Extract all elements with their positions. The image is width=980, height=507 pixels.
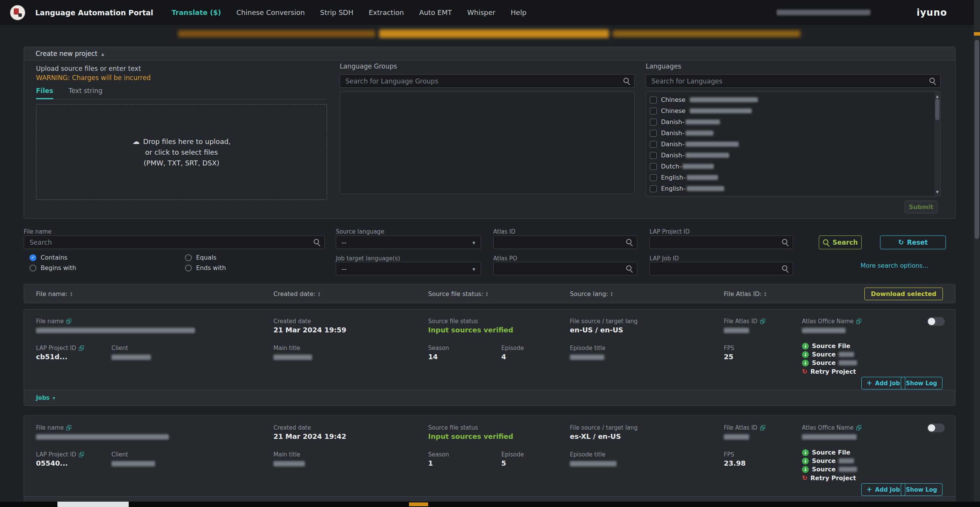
brand-title[interactable]: Language Automation Portal: [35, 8, 153, 17]
source-download-link[interactable]: Source: [802, 351, 854, 358]
copy-icon[interactable]: [760, 319, 765, 324]
more-search-options-link[interactable]: More search options...: [861, 262, 928, 269]
nav-item-chinese-conversion[interactable]: Chinese Conversion: [236, 8, 305, 16]
project-toggle[interactable]: [927, 424, 945, 432]
sort-source-lang[interactable]: Source lang:: [570, 290, 613, 298]
match-option-label: Contains: [41, 254, 67, 261]
nav-item-auto-emt[interactable]: Auto EMT: [419, 8, 452, 16]
jobs-expander[interactable]: Jobs: [36, 394, 55, 401]
project-toggle[interactable]: [927, 317, 945, 326]
source-language-select[interactable]: --: [336, 236, 481, 249]
language-option[interactable]: Dutch-: [646, 161, 940, 172]
checkbox[interactable]: [650, 96, 657, 103]
languages-search-input[interactable]: [646, 74, 941, 88]
file-name-filter-input[interactable]: [24, 236, 325, 249]
sort-source-file-status[interactable]: Source file status:: [428, 290, 488, 298]
radio-icon[interactable]: [185, 265, 192, 271]
episode-title-redacted: [570, 355, 604, 360]
radio-icon[interactable]: [185, 254, 192, 261]
tab-files[interactable]: Files: [36, 87, 53, 99]
language-option[interactable]: English-: [646, 183, 940, 194]
create-project-header[interactable]: Create new project: [24, 47, 955, 61]
language-option[interactable]: Danish-: [646, 150, 940, 161]
download-selected-button[interactable]: Download selected: [864, 288, 943, 300]
match-option-equals[interactable]: Equals: [185, 254, 216, 261]
copy-icon[interactable]: [66, 319, 71, 324]
sort-file-atlas-id[interactable]: File Atlas ID:: [724, 290, 766, 298]
match-option-contains[interactable]: Contains: [29, 254, 67, 261]
copy-icon[interactable]: [66, 425, 71, 430]
source-download-link[interactable]: Source: [802, 457, 854, 464]
sort-file-name[interactable]: File name:: [36, 290, 72, 298]
submit-button[interactable]: Submit: [905, 201, 937, 213]
language-option[interactable]: Danish-: [646, 116, 940, 128]
source-download-link[interactable]: Source: [802, 359, 857, 366]
atlas-po-input[interactable]: [493, 262, 637, 275]
atlas-office-name-redacted: [802, 328, 846, 333]
checkbox[interactable]: [650, 130, 657, 137]
fps-label: FPS: [724, 345, 734, 352]
language-option-label: English-: [661, 174, 686, 181]
lap-project-id-input[interactable]: [650, 236, 793, 249]
language-option[interactable]: English-: [646, 172, 940, 183]
checkbox[interactable]: [650, 108, 657, 114]
nav-item-translate[interactable]: Translate ($): [172, 8, 221, 16]
search-button-label: Search: [833, 239, 858, 246]
match-option-ends-with[interactable]: Ends with: [185, 264, 226, 271]
show-log-button[interactable]: Show Log: [901, 483, 942, 496]
job-target-select[interactable]: --: [336, 262, 481, 275]
checkbox[interactable]: [650, 163, 657, 170]
checkbox[interactable]: [650, 152, 657, 159]
sort-created-date[interactable]: Created date:: [273, 290, 320, 298]
checkbox[interactable]: [650, 174, 657, 181]
source-download-link[interactable]: Source: [802, 466, 857, 473]
client-label: Client: [111, 451, 128, 458]
tab-text-string[interactable]: Text string: [69, 87, 103, 99]
language-groups-search-input[interactable]: [340, 74, 635, 88]
radio-icon[interactable]: [29, 265, 36, 271]
copy-icon[interactable]: [760, 425, 765, 430]
nav-item-extraction[interactable]: Extraction: [369, 8, 404, 16]
checkbox[interactable]: [650, 185, 657, 192]
language-option[interactable]: Danish-: [646, 139, 940, 150]
show-log-button[interactable]: Show Log: [901, 377, 942, 389]
language-option[interactable]: Danish-: [646, 128, 940, 139]
nav-item-strip-sdh[interactable]: Strip SDH: [320, 8, 353, 16]
language-option[interactable]: Chinese: [646, 105, 940, 116]
horizontal-scrollbar-thumb[interactable]: [57, 502, 129, 507]
source-file-link[interactable]: Source File: [802, 449, 850, 456]
add-job-button[interactable]: Add Job: [861, 483, 905, 496]
language-option[interactable]: Chinese: [646, 94, 940, 105]
copy-icon[interactable]: [856, 319, 861, 324]
redacted-language-name: [686, 119, 720, 124]
checkbox[interactable]: [650, 119, 657, 126]
vertical-scrollbar-thumb[interactable]: [975, 40, 979, 239]
radio-selected-icon[interactable]: [29, 254, 36, 261]
lap-job-id-input[interactable]: [650, 262, 793, 275]
checkbox[interactable]: [650, 141, 657, 148]
nav-item-whisper[interactable]: Whisper: [467, 8, 496, 16]
match-option-begins-with[interactable]: Begins with: [29, 264, 76, 271]
retry-project-link[interactable]: Retry Project: [802, 368, 856, 375]
search-button[interactable]: Search: [819, 236, 862, 249]
retry-project-link[interactable]: Retry Project: [802, 474, 856, 482]
file-dropzone[interactable]: Drop files here to upload, or click to s…: [36, 104, 327, 200]
add-job-button[interactable]: Add Job: [861, 377, 905, 389]
button-label: Add Job: [875, 380, 900, 387]
scroll-down-icon[interactable]: [936, 188, 939, 195]
languages-list-scroll-thumb[interactable]: [935, 99, 939, 120]
app-logo[interactable]: [10, 5, 25, 20]
match-option-label: Begins with: [41, 264, 76, 271]
reset-button[interactable]: Reset: [880, 236, 946, 249]
copy-icon[interactable]: [79, 452, 84, 457]
atlas-id-input[interactable]: [493, 236, 637, 249]
app-root: Language Automation Portal Translate ($)…: [0, 0, 980, 507]
language-groups-listbox[interactable]: [340, 92, 635, 194]
download-icon: [802, 360, 809, 366]
copy-icon[interactable]: [79, 345, 84, 351]
nav-item-help[interactable]: Help: [511, 8, 527, 16]
create-project-panel: Create new project Upload source files o…: [24, 47, 955, 219]
copy-icon[interactable]: [856, 425, 861, 430]
collapse-icon[interactable]: [101, 50, 104, 57]
source-file-link[interactable]: Source File: [802, 342, 850, 350]
